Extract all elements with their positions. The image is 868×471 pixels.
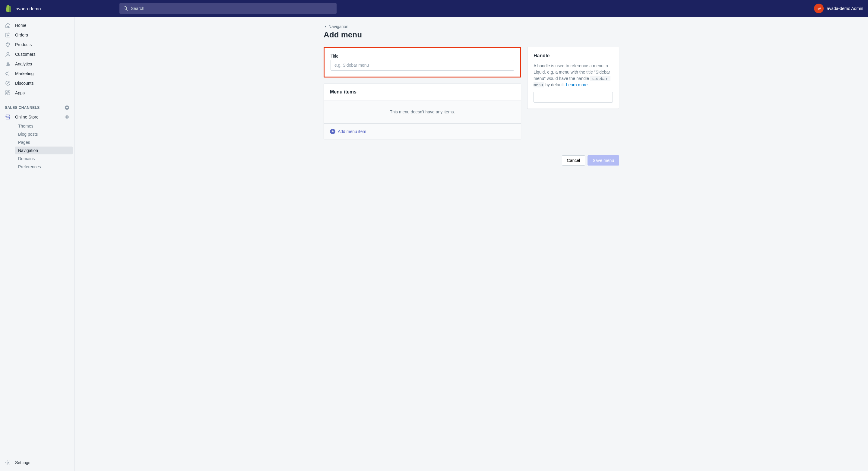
section-header-label: SALES CHANNELS (5, 105, 40, 110)
eye-icon[interactable] (64, 114, 70, 120)
apps-icon (5, 90, 11, 96)
menu-items-header: Menu items (324, 84, 521, 100)
shopify-logo-icon (5, 4, 12, 13)
search-wrap (119, 3, 337, 14)
cancel-button[interactable]: Cancel (562, 155, 585, 165)
svg-rect-3 (6, 64, 7, 66)
analytics-icon (5, 61, 11, 67)
add-menu-item-label: Add menu item (338, 129, 366, 134)
learn-more-link[interactable]: Learn more (566, 82, 588, 87)
sidebar-item-label: Discounts (15, 81, 33, 86)
orders-icon (5, 32, 11, 38)
sidebar-item-label: Marketing (15, 71, 33, 76)
handle-card: Handle A handle is used to reference a m… (527, 47, 619, 109)
svg-rect-8 (8, 91, 10, 92)
search-input[interactable] (119, 3, 337, 14)
title-field-label: Title (331, 54, 514, 59)
sidebar-footer: Settings (0, 458, 74, 471)
subnav-themes[interactable]: Themes (15, 122, 73, 130)
sidebar-item-settings[interactable]: Settings (0, 458, 74, 467)
sidebar-item-label: Online Store (15, 115, 39, 119)
subnav-preferences[interactable]: Preferences (15, 163, 73, 171)
svg-rect-5 (9, 65, 10, 66)
products-icon (5, 42, 11, 48)
sidebar-item-customers[interactable]: Customers (0, 50, 74, 59)
sidebar-item-label: Orders (15, 33, 28, 37)
svg-rect-4 (7, 63, 8, 66)
customers-icon (5, 51, 11, 57)
page-title: Add menu (323, 30, 619, 39)
svg-rect-7 (6, 91, 7, 92)
sidebar-item-label: Products (15, 42, 32, 47)
svg-rect-9 (6, 93, 7, 95)
subnav-blog-posts[interactable]: Blog posts (15, 130, 73, 138)
svg-point-2 (7, 53, 9, 55)
sidebar-item-products[interactable]: Products (0, 40, 74, 50)
svg-point-12 (7, 462, 9, 464)
sidebar-item-label: Home (15, 23, 26, 28)
sidebar: Home Orders Products Customers Analytics… (0, 17, 75, 471)
sidebar-item-label: Settings (15, 460, 30, 465)
title-card-highlight: Title (323, 47, 521, 77)
sidebar-item-discounts[interactable]: Discounts (0, 78, 74, 88)
add-menu-item-button[interactable]: + Add menu item (330, 129, 366, 134)
sidebar-item-home[interactable]: Home (0, 21, 74, 30)
save-menu-button[interactable]: Save menu (588, 155, 619, 165)
add-channel-icon[interactable] (64, 105, 70, 111)
topbar-left: avada-demo (5, 4, 119, 13)
sidebar-item-label: Apps (15, 91, 25, 95)
subnav-domains[interactable]: Domains (15, 155, 73, 162)
sidebar-item-label: Analytics (15, 62, 32, 66)
page-actions: Cancel Save menu (323, 149, 619, 165)
handle-input[interactable] (533, 92, 613, 102)
store-icon (5, 114, 11, 120)
sidebar-item-apps[interactable]: Apps (0, 88, 74, 98)
menu-items-card: Menu items This menu doesn't have any it… (323, 84, 521, 139)
sidebar-item-online-store[interactable]: Online Store (0, 112, 74, 122)
plus-circle-icon: + (330, 129, 335, 134)
title-input[interactable] (331, 60, 514, 70)
user-name: avada-demo Admin (827, 6, 863, 11)
main-content: Navigation Add menu Title (75, 17, 868, 471)
breadcrumb[interactable]: Navigation (323, 24, 348, 29)
handle-title: Handle (533, 53, 613, 59)
shop-name[interactable]: avada-demo (16, 6, 41, 11)
home-icon (5, 22, 11, 28)
sidebar-item-orders[interactable]: Orders (0, 30, 74, 40)
online-store-subnav: Themes Blog posts Pages Navigation Domai… (0, 122, 74, 171)
topbar-right[interactable]: aA avada-demo Admin (814, 4, 863, 13)
menu-items-empty: This menu doesn't have any items. (324, 100, 521, 123)
sidebar-item-marketing[interactable]: Marketing (0, 69, 74, 78)
avatar: aA (814, 4, 824, 13)
svg-point-1 (7, 43, 8, 44)
subnav-navigation[interactable]: Navigation (15, 147, 73, 154)
marketing-icon (5, 70, 11, 76)
svg-point-11 (66, 116, 67, 118)
sales-channels-header: SALES CHANNELS (0, 103, 74, 112)
sidebar-item-analytics[interactable]: Analytics (0, 59, 74, 69)
topbar: avada-demo aA avada-demo Admin (0, 0, 868, 17)
sidebar-item-label: Customers (15, 52, 36, 57)
search-icon (123, 6, 128, 11)
breadcrumb-label: Navigation (329, 24, 348, 29)
subnav-pages[interactable]: Pages (15, 138, 73, 146)
gear-icon (5, 460, 11, 466)
discounts-icon (5, 80, 11, 86)
handle-description: A handle is used to reference a menu in … (533, 63, 613, 88)
chevron-left-icon (323, 25, 327, 28)
